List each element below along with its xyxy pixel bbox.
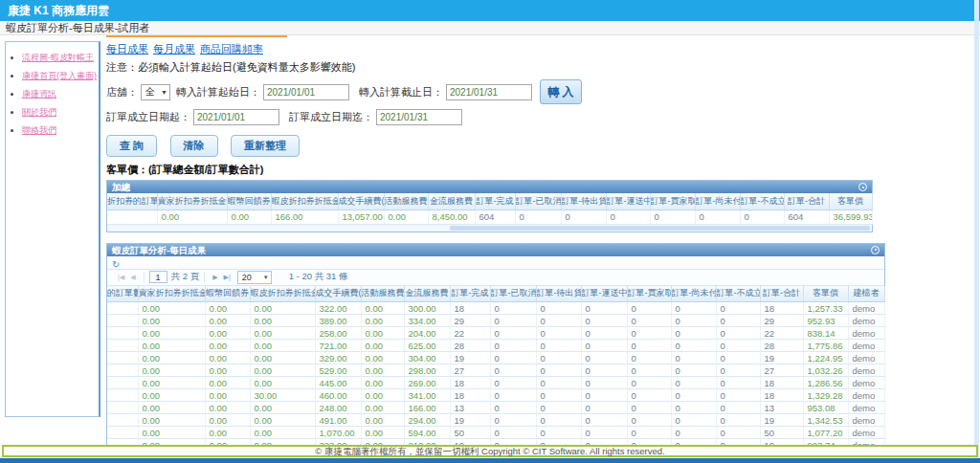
scrollbar-thumb[interactable] — [450, 226, 870, 231]
column-header[interactable]: 客單價 — [829, 193, 872, 209]
first-page-icon[interactable]: |◀ — [118, 274, 124, 281]
cell: 0.00 — [250, 302, 315, 315]
column-header[interactable]: 賣家折扣券折抵金額(項 — [157, 193, 227, 209]
cell: 0 — [671, 302, 716, 315]
cell — [107, 340, 138, 352]
cell: 389.00 — [315, 315, 361, 327]
column-header[interactable]: 訂單-完成 — [475, 193, 515, 209]
column-header[interactable]: 折扣券的訂單數 — [107, 193, 157, 209]
cell: 0 — [627, 364, 671, 377]
column-header[interactable]: 建檔者 — [848, 286, 884, 302]
cell: 334.00 — [404, 315, 450, 327]
column-header[interactable]: 訂單-運送中 — [581, 286, 627, 302]
column-header[interactable]: 活動服務費 — [361, 286, 404, 302]
order-end-input[interactable] — [376, 109, 462, 125]
collapse-icon[interactable] — [871, 246, 880, 254]
table-row[interactable]: 0.000.000.00258.000.00204.00220000002283… — [107, 327, 884, 340]
column-header[interactable]: 訂單-買家取消 — [627, 286, 671, 302]
column-header[interactable]: 訂單-待出貨 — [536, 286, 581, 302]
cell: 27 — [760, 364, 803, 377]
sidebar-link[interactable]: 流程圖-蝦皮對帳王 — [22, 53, 94, 62]
table-row[interactable]: 0.000.000.00445.000.00269.0018000000181,… — [107, 377, 884, 389]
column-header[interactable]: 訂單-完成 — [450, 286, 490, 302]
column-header[interactable]: 訂單-待出貨 — [561, 193, 606, 209]
tab-link-2[interactable]: 商品回購頻率 — [200, 43, 263, 55]
sidebar-link[interactable]: 聯絡我們 — [22, 125, 56, 135]
calc-start-input[interactable] — [263, 84, 349, 100]
cell: 0 — [581, 389, 627, 402]
table-row[interactable]: 0.000.0030.00460.000.00341.0018000000181… — [107, 389, 884, 402]
column-header[interactable]: 蝦皮折扣券折抵金額(項 — [271, 193, 338, 209]
refresh-button[interactable]: 重新整理 — [231, 135, 300, 157]
vertical-scrollbar[interactable] — [974, 0, 979, 463]
next-page-icon[interactable]: ▶ — [212, 274, 217, 281]
column-header[interactable]: 訂單-尚未付款 — [671, 286, 716, 302]
column-header[interactable]: 訂單-不成立 — [740, 193, 784, 209]
cell: 0.00 — [361, 427, 404, 439]
column-header[interactable]: 訂單-已取消 — [490, 286, 536, 302]
collapse-icon[interactable] — [858, 183, 867, 191]
sidebar-link[interactable]: 關於我們 — [22, 107, 56, 117]
cell: 0 — [561, 209, 606, 224]
cell: 0 — [490, 377, 536, 389]
refresh-icon[interactable]: ↻ — [112, 259, 120, 270]
column-header[interactable]: 蝦幣回饋券 — [227, 193, 271, 209]
cell: 0 — [490, 315, 536, 327]
column-header[interactable]: 成交手續費(單 — [315, 286, 361, 302]
shop-select[interactable]: 全 ▼ — [141, 84, 170, 100]
calc-end-input[interactable] — [446, 84, 532, 100]
column-header[interactable]: 金流服務費 — [428, 193, 475, 209]
column-header[interactable]: 的訂單數 — [107, 286, 138, 302]
tab-link-0[interactable]: 每日成果 — [106, 43, 148, 55]
column-header[interactable]: 賣家折扣券折抵金額(項 — [138, 286, 205, 302]
table-row[interactable]: 0.000.000.00248.000.00166.00130000001395… — [107, 402, 884, 414]
cell: 0 — [536, 402, 581, 414]
import-button[interactable]: 轉入 — [540, 79, 582, 104]
cell: 22 — [760, 327, 803, 340]
cell: 0 — [581, 302, 627, 315]
order-start-input[interactable] — [193, 109, 279, 125]
table-row[interactable]: 0.000.000.00322.000.00300.0018000000181,… — [107, 302, 884, 315]
clear-button[interactable]: 清除 — [170, 135, 218, 157]
table-row[interactable]: 0.000.000.00529.000.00298.0027000000271,… — [107, 364, 884, 377]
page-number-input[interactable] — [149, 271, 167, 283]
table-row[interactable]: 0.000.000.00721.000.00625.0028000000281,… — [107, 340, 884, 352]
cell: 13,057.00 — [338, 209, 384, 224]
cell: 0 — [581, 364, 627, 377]
sidebar-link[interactable]: 康捷首頁(登入畫面) — [22, 71, 97, 80]
table-row[interactable]: 0.000.000.00491.000.00294.0019000000191,… — [107, 414, 884, 427]
cell: 0.00 — [157, 209, 227, 224]
column-header[interactable]: 活動服務費 — [384, 193, 428, 209]
cell: 0.00 — [138, 427, 205, 439]
column-header[interactable]: 蝦幣回饋券 — [205, 286, 250, 302]
column-header[interactable]: 訂單-已取消 — [515, 193, 561, 209]
column-header[interactable]: 訂單-合計 — [784, 193, 829, 209]
column-header[interactable]: 訂單-尚未付款 — [695, 193, 740, 209]
last-page-icon[interactable]: ▶| — [224, 274, 231, 281]
sidebar-menu: 流程圖-蝦皮對帳王康捷首頁(登入畫面)康捷資訊關於我們聯絡我們 — [6, 52, 99, 137]
prev-page-icon[interactable]: ◀ — [130, 274, 135, 281]
column-header[interactable]: 客單價 — [803, 286, 848, 302]
table-row[interactable]: 0.000.000.00389.000.00334.00290000002995… — [107, 315, 884, 327]
column-header[interactable]: 金流服務費 — [404, 286, 450, 302]
cell: 8,450.00 — [428, 209, 475, 224]
table-row[interactable]: 0.000.00166.0013,057.000.008,450.0060400… — [107, 209, 872, 224]
cell: 1,032.26 — [803, 364, 848, 377]
table-row[interactable]: 0.000.000.00329.000.00304.0019000000191,… — [107, 352, 884, 364]
column-header[interactable]: 訂單-不成立 — [716, 286, 760, 302]
cell: 0 — [627, 327, 671, 340]
cell: 19 — [760, 352, 803, 364]
column-header[interactable]: 蝦皮折扣券折抵金額(項 — [250, 286, 315, 302]
page-size-select[interactable]: 20 ▼ — [237, 271, 272, 284]
column-header[interactable]: 訂單-合計 — [760, 286, 803, 302]
column-header[interactable]: 訂單-運送中 — [606, 193, 650, 209]
column-header[interactable]: 成交手續費(單 — [338, 193, 384, 209]
column-header[interactable]: 訂單-買家取消 — [650, 193, 695, 209]
sidebar-link[interactable]: 康捷資訊 — [22, 89, 56, 99]
cell: 0.00 — [250, 364, 315, 377]
horizontal-scrollbar[interactable] — [107, 225, 872, 232]
cell: demo — [848, 352, 884, 364]
query-button[interactable]: 查 詢 — [106, 135, 157, 157]
table-row[interactable]: 0.000.000.001,070.000.00594.005000000050… — [107, 427, 884, 439]
tab-link-1[interactable]: 每月成果 — [153, 43, 195, 55]
